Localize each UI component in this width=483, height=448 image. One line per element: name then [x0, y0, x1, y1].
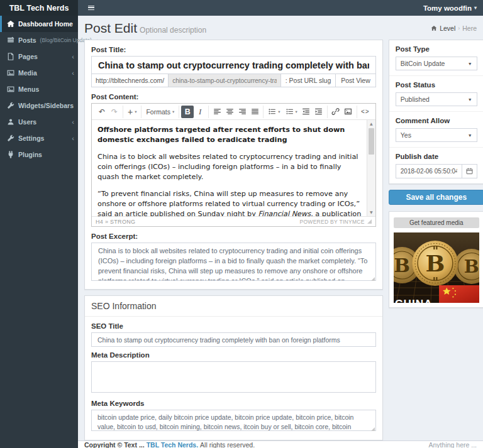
bullet-list-icon	[268, 107, 276, 116]
post-excerpt-textarea[interactable]: China is to block all websites related t…	[91, 243, 376, 281]
post-status-select[interactable]: Published▼	[396, 92, 477, 106]
page-subtitle: Optional description	[140, 26, 206, 35]
align-right-button[interactable]	[236, 106, 248, 118]
sidebar-toggle-button[interactable]	[84, 0, 98, 16]
pages-icon	[7, 53, 14, 60]
post-url-slug-label: : Post URL slug	[281, 74, 336, 87]
element-path[interactable]: H4 » STRONG	[96, 219, 135, 225]
align-center-button[interactable]	[223, 106, 236, 118]
post-slug-input[interactable]	[168, 74, 281, 87]
bullet-list-button[interactable]: ▾	[265, 106, 282, 118]
formats-dropdown[interactable]: Formats▾	[143, 106, 177, 118]
svg-text:B: B	[464, 256, 479, 277]
user-name: Tomy woodfin	[423, 4, 472, 12]
topbar: Tomy woodfin ▾	[78, 0, 483, 16]
post-type-select[interactable]: BitCoin Update▼	[396, 57, 477, 70]
footer-brand-link[interactable]: TBL Tech Nerds.	[147, 441, 198, 448]
sidebar-item-users[interactable]: Users ‹	[0, 114, 78, 130]
redo-button[interactable]: ↷	[108, 106, 121, 118]
get-featured-media-button[interactable]: Get featured media	[394, 217, 479, 228]
users-icon	[7, 118, 14, 126]
outdent-button[interactable]	[300, 106, 313, 118]
editor-statusbar: H4 » STRONG POWERED BY TINYMCE	[92, 216, 375, 226]
seo-title-label: SEO Title	[91, 322, 376, 330]
copyright-text: Copyright © Text ...TBL Tech Nerds.All r…	[84, 441, 255, 448]
link-button[interactable]	[330, 106, 342, 118]
resize-grip[interactable]	[367, 219, 372, 224]
post-url-row: http://tbltechnerds.com/ : Post URL slug…	[91, 74, 376, 87]
post-title-input[interactable]	[91, 56, 376, 74]
brand-logo[interactable]: TBL Tech Nerds	[0, 0, 78, 16]
chevron-left-icon: ‹	[72, 135, 74, 142]
align-justify-button[interactable]	[248, 106, 261, 118]
seo-title-input[interactable]	[91, 332, 376, 347]
scrollbar-thumb[interactable]	[369, 128, 374, 155]
hamburger-icon	[88, 6, 94, 10]
footer-right-text: Anything here ...	[429, 441, 477, 448]
caret-down-icon: ▾	[135, 109, 136, 114]
sidebar-item-widgets[interactable]: Widgets/Sidebars	[0, 97, 78, 114]
image-button[interactable]	[342, 106, 355, 118]
insert-button[interactable]: +▾	[125, 106, 139, 118]
svg-text:B: B	[394, 254, 410, 276]
align-right-icon	[238, 107, 247, 116]
sidebar-item-media[interactable]: Media ‹	[0, 65, 78, 81]
content-heading: Offshore platforms targeted after recent…	[97, 125, 362, 145]
meta-description-textarea[interactable]	[91, 361, 376, 393]
undo-icon: ↶	[99, 107, 105, 116]
caret-down-icon: ▾	[296, 109, 297, 114]
content-header: Post EditOptional description Level › He…	[78, 16, 483, 40]
post-status-label: Post Status	[396, 81, 477, 89]
chevron-left-icon: ‹	[72, 53, 74, 60]
publish-date-input[interactable]	[396, 165, 462, 178]
image-icon	[344, 107, 352, 116]
caret-down-icon: ▾	[172, 109, 174, 114]
comment-allow-select[interactable]: Yes▼	[396, 128, 477, 142]
scroll-up-icon[interactable]: ▲	[370, 120, 373, 128]
seo-card: SEO Information SEO Title Meta Descripti…	[84, 295, 383, 440]
svg-text:CHINA: CHINA	[395, 298, 433, 303]
post-view-button[interactable]: Post View	[335, 74, 375, 87]
menus-icon	[7, 85, 14, 93]
calendar-icon	[466, 168, 473, 175]
link-icon	[331, 107, 340, 116]
sidebar-nav: Dashboard Home Posts (Blog/BitCoin Updat…	[0, 16, 78, 448]
home-icon	[431, 25, 437, 31]
calendar-button[interactable]	[462, 165, 477, 178]
posts-icon	[7, 36, 14, 44]
code-button[interactable]: <>	[359, 106, 372, 118]
indent-button[interactable]	[313, 106, 325, 118]
sidebar-item-menus[interactable]: Menus	[0, 81, 78, 97]
page-title-text: Post Edit	[84, 21, 137, 35]
save-all-changes-button[interactable]: Save all changes	[389, 190, 483, 205]
meta-keywords-label: Meta Keywords	[91, 400, 376, 407]
meta-keywords-textarea[interactable]: bitcoin update price, daily bitcoin pric…	[91, 410, 376, 431]
editor-scrollbar[interactable]: ▲ ▼	[367, 120, 375, 216]
page-title: Post EditOptional description	[84, 21, 206, 36]
url-prefix: http://tbltechnerds.com/	[92, 74, 168, 87]
numbered-list-button[interactable]: ▾	[283, 106, 300, 118]
undo-button[interactable]: ↶	[96, 106, 108, 118]
sidebar-item-posts[interactable]: Posts (Blog/BitCoin Update) ‹	[0, 32, 78, 48]
scroll-down-icon[interactable]: ▼	[370, 209, 373, 216]
outdent-icon	[302, 107, 310, 116]
user-menu[interactable]: Tomy woodfin ▾	[423, 4, 477, 12]
code-icon: <>	[361, 108, 370, 115]
sidebar-item-dashboard[interactable]: Dashboard Home	[0, 16, 78, 32]
bold-button[interactable]: B	[181, 106, 194, 118]
publish-date-label: Publish date	[396, 153, 477, 160]
powered-by-label: POWERED BY TINYMCE	[299, 219, 364, 225]
sidebar-item-plugins[interactable]: Plugins	[0, 146, 78, 163]
italic-button[interactable]: I	[194, 106, 206, 118]
rich-text-editor: ↶ ↷ +▾ Formats▾ B I	[91, 103, 376, 227]
post-settings-panel: Post Type BitCoin Update▼ Post Status Pu…	[389, 40, 483, 184]
featured-image: B B B	[394, 232, 479, 303]
breadcrumb-level[interactable]: Level	[440, 25, 455, 32]
editor-content[interactable]: Offshore platforms targeted after recent…	[92, 120, 375, 216]
sidebar-item-pages[interactable]: Pages ‹	[0, 48, 78, 65]
breadcrumb-current: Here	[462, 25, 477, 32]
top-navbar: TBL Tech Nerds Tomy woodfin ▾	[0, 0, 483, 16]
align-left-button[interactable]	[211, 106, 223, 118]
widgets-icon	[7, 102, 14, 109]
sidebar-item-settings[interactable]: Settings ‹	[0, 130, 78, 146]
